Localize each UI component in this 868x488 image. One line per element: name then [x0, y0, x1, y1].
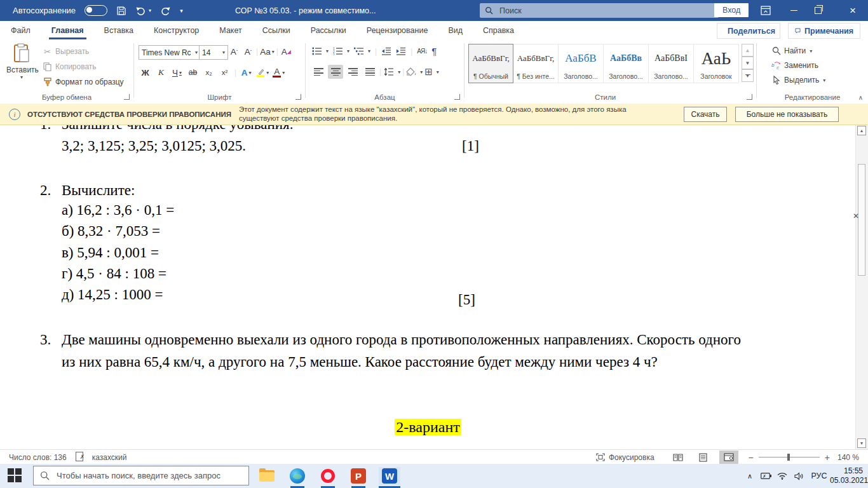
file-explorer-icon[interactable] — [257, 467, 276, 485]
proofing-errors-icon[interactable]: ✗ — [76, 452, 83, 463]
borders-button[interactable]: ⊞ — [424, 66, 439, 78]
replace-button[interactable]: bc Заменить — [771, 60, 818, 71]
download-button[interactable]: Скачать — [684, 107, 727, 122]
justify-button[interactable] — [362, 65, 377, 79]
tray-chevron-icon[interactable]: ∧ — [742, 464, 757, 488]
select-button[interactable]: Выделить — [771, 75, 825, 85]
tab-home[interactable]: Главная — [41, 21, 94, 39]
bold-button[interactable]: Ж — [139, 66, 151, 79]
paste-button[interactable]: Вставить ▾ — [6, 43, 37, 80]
font-name-combo[interactable]: Times New Rc — [139, 45, 201, 60]
search-box[interactable] — [480, 3, 719, 18]
web-layout-button[interactable] — [719, 451, 738, 464]
show-marks-button[interactable]: ¶ — [431, 46, 437, 57]
numbering-button[interactable]: 123 — [333, 47, 349, 55]
dismiss-button[interactable]: Больше не показывать — [735, 107, 839, 122]
paste-dropdown-arrow[interactable]: ▾ — [6, 74, 37, 80]
tab-layout[interactable]: Макет — [209, 21, 252, 39]
clear-formatting-button[interactable]: А◢ — [280, 45, 292, 58]
styles-scroll-up-button[interactable]: ▲ — [742, 44, 754, 57]
edge-icon[interactable] — [288, 467, 307, 485]
tab-file[interactable]: Файл — [0, 21, 41, 39]
language-indicator[interactable]: РУС — [808, 464, 830, 488]
opera-icon[interactable] — [318, 467, 337, 485]
zoom-out-button[interactable]: − — [749, 452, 754, 463]
collapse-ribbon-button[interactable]: ∧ — [858, 94, 863, 101]
zoom-level[interactable]: 140 % — [837, 453, 859, 462]
styles-more-button[interactable]: ▼ — [742, 69, 754, 82]
zoom-slider[interactable] — [759, 457, 820, 458]
strikethrough-button[interactable]: ab — [187, 66, 199, 79]
read-mode-button[interactable] — [668, 451, 688, 464]
autosave-toggle[interactable] — [85, 5, 107, 16]
find-button[interactable]: Найти — [771, 46, 812, 56]
increase-indent-button[interactable] — [396, 47, 406, 55]
styles-scroll-down-button[interactable]: ▼ — [742, 57, 754, 69]
minimize-button[interactable] — [783, 0, 804, 21]
tab-view[interactable]: Вид — [438, 21, 473, 39]
tab-mailings[interactable]: Рассылки — [301, 21, 356, 39]
align-center-button[interactable] — [328, 65, 343, 79]
styles-dialog-launcher[interactable] — [747, 94, 752, 100]
italic-button[interactable]: К — [155, 66, 167, 79]
format-painter-button[interactable]: Формат по образцу — [42, 77, 124, 87]
paragraph-dialog-launcher[interactable] — [454, 94, 460, 100]
scroll-down-arrow[interactable]: ▼ — [857, 438, 866, 448]
sort-button[interactable]: АЯ↓ — [417, 48, 427, 55]
multilevel-list-button[interactable] — [354, 47, 370, 55]
restore-button[interactable] — [807, 0, 829, 21]
shading-button[interactable] — [406, 67, 423, 76]
highlight-button[interactable] — [256, 66, 269, 79]
style-heading1[interactable]: АаБбВ Заголово... — [559, 44, 604, 83]
style-no-spacing[interactable]: АаБбВвГг, ¶ Без инте... — [513, 44, 559, 83]
align-right-button[interactable] — [345, 65, 360, 79]
warning-close-icon[interactable]: ✕ — [853, 212, 859, 220]
tab-insert[interactable]: Вставка — [94, 21, 144, 39]
tab-design[interactable]: Конструктор — [144, 21, 209, 39]
style-title[interactable]: АаЬ Заголовок — [694, 44, 739, 83]
taskbar-search-input[interactable] — [55, 470, 236, 481]
start-button[interactable] — [8, 468, 23, 484]
zoom-slider-thumb[interactable] — [787, 454, 790, 461]
word-icon[interactable]: W — [379, 467, 400, 485]
wifi-icon[interactable] — [774, 464, 790, 488]
save-icon[interactable] — [116, 6, 126, 16]
style-normal[interactable]: АаБбВвГг, ¶ Обычный — [468, 44, 513, 83]
align-left-button[interactable] — [311, 65, 326, 79]
superscript-button[interactable]: х² — [219, 66, 231, 79]
subscript-button[interactable]: х₂ — [203, 66, 215, 79]
focus-mode-button[interactable]: Фокусировка — [596, 453, 654, 462]
customize-qat-icon[interactable]: ▾ — [180, 8, 183, 14]
close-button[interactable]: × — [842, 0, 864, 21]
comments-button[interactable]: Примечания — [788, 23, 860, 39]
clipboard-dialog-launcher[interactable] — [124, 94, 130, 100]
underline-button[interactable]: Ч — [171, 66, 183, 79]
share-button[interactable]: Поделиться — [717, 23, 780, 39]
line-spacing-button[interactable] — [383, 67, 400, 76]
zoom-in-button[interactable]: + — [825, 452, 830, 463]
powerpoint-icon[interactable]: P — [349, 467, 368, 485]
vertical-scrollbar[interactable]: ▲ ▼ — [855, 125, 868, 449]
language-status[interactable]: казахский — [92, 453, 127, 462]
scroll-up-arrow[interactable]: ▲ — [857, 126, 866, 135]
style-heading2[interactable]: АаБбВв Заголово... — [604, 44, 649, 83]
print-layout-button[interactable] — [694, 451, 713, 464]
redo-button[interactable] — [160, 6, 171, 16]
font-color-button[interactable]: А — [273, 66, 285, 79]
tab-help[interactable]: Справка — [473, 21, 524, 39]
style-heading3[interactable]: АаБбВвІ Заголово... — [649, 44, 694, 83]
signin-button[interactable]: Вход — [714, 3, 749, 17]
font-dialog-launcher[interactable] — [295, 94, 301, 100]
tab-references[interactable]: Ссылки — [252, 21, 301, 39]
undo-button[interactable] — [135, 6, 151, 16]
clock[interactable]: 15:55 05.03.2021 — [830, 466, 863, 485]
search-input[interactable] — [498, 6, 691, 16]
battery-icon[interactable]: ✗ — [757, 464, 774, 488]
tab-review[interactable]: Рецензирование — [356, 21, 438, 39]
change-case-button[interactable]: Аа — [260, 45, 275, 58]
shrink-font-button[interactable]: Аˇ — [242, 45, 254, 58]
decrease-indent-button[interactable] — [381, 47, 391, 55]
font-size-combo[interactable]: 14 — [199, 45, 228, 60]
grow-font-button[interactable]: Аˆ — [228, 45, 240, 58]
bullets-button[interactable] — [312, 47, 329, 55]
